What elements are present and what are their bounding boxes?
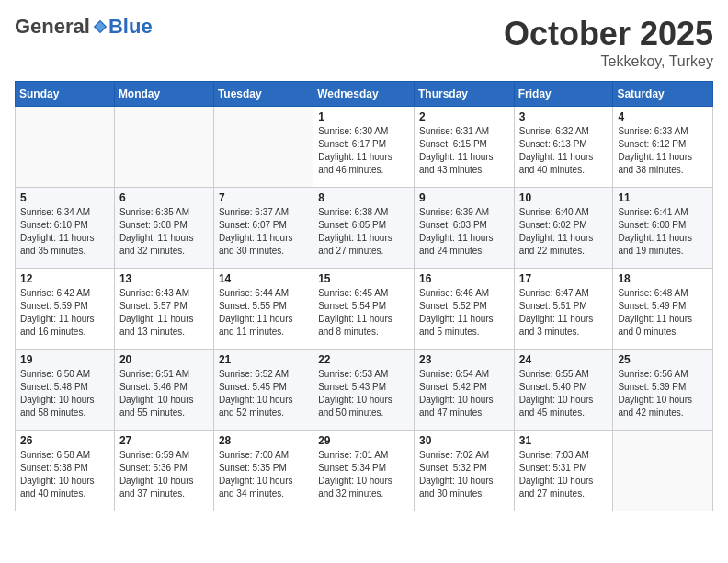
- day-number: 25: [618, 353, 708, 366]
- day-number: 20: [119, 353, 209, 366]
- day-number: 31: [519, 434, 609, 447]
- calendar-cell: 13Sunrise: 6:43 AM Sunset: 5:57 PM Dayli…: [114, 269, 213, 350]
- calendar-cell: 1Sunrise: 6:30 AM Sunset: 6:17 PM Daylig…: [313, 107, 415, 188]
- calendar-cell: 9Sunrise: 6:39 AM Sunset: 6:03 PM Daylig…: [414, 188, 514, 269]
- day-number: 13: [119, 272, 209, 285]
- day-number: 9: [419, 191, 509, 204]
- day-number: 30: [419, 434, 509, 447]
- calendar-cell: [16, 107, 115, 188]
- col-header-friday: Friday: [514, 82, 613, 107]
- location: Tekkekoy, Turkey: [504, 53, 713, 70]
- day-number: 11: [618, 191, 708, 204]
- day-number: 14: [219, 272, 308, 285]
- month-title: October 2025: [504, 15, 713, 53]
- calendar-cell: 20Sunrise: 6:51 AM Sunset: 5:46 PM Dayli…: [114, 350, 213, 431]
- day-info: Sunrise: 7:03 AM Sunset: 5:31 PM Dayligh…: [519, 449, 609, 500]
- day-info: Sunrise: 6:45 AM Sunset: 5:54 PM Dayligh…: [318, 287, 409, 339]
- col-header-tuesday: Tuesday: [213, 82, 313, 107]
- day-number: 12: [20, 272, 109, 285]
- day-info: Sunrise: 6:34 AM Sunset: 6:10 PM Dayligh…: [20, 206, 109, 258]
- logo-blue-text: Blue: [108, 15, 153, 39]
- calendar-cell: 5Sunrise: 6:34 AM Sunset: 6:10 PM Daylig…: [16, 188, 115, 269]
- day-number: 27: [119, 434, 209, 447]
- day-info: Sunrise: 6:33 AM Sunset: 6:12 PM Dayligh…: [618, 125, 708, 177]
- calendar-cell: [114, 107, 213, 188]
- calendar-cell: 6Sunrise: 6:35 AM Sunset: 6:08 PM Daylig…: [114, 188, 213, 269]
- day-info: Sunrise: 6:32 AM Sunset: 6:13 PM Dayligh…: [519, 125, 609, 177]
- calendar-cell: 19Sunrise: 6:50 AM Sunset: 5:48 PM Dayli…: [16, 350, 115, 431]
- calendar-cell: 28Sunrise: 7:00 AM Sunset: 5:35 PM Dayli…: [213, 431, 313, 511]
- day-info: Sunrise: 6:59 AM Sunset: 5:36 PM Dayligh…: [119, 449, 209, 500]
- day-number: 21: [219, 353, 308, 366]
- day-info: Sunrise: 7:01 AM Sunset: 5:34 PM Dayligh…: [318, 449, 409, 500]
- day-number: 4: [618, 110, 708, 123]
- day-info: Sunrise: 6:42 AM Sunset: 5:59 PM Dayligh…: [20, 287, 109, 339]
- day-number: 1: [318, 110, 409, 123]
- calendar-table: SundayMondayTuesdayWednesdayThursdayFrid…: [15, 81, 713, 511]
- calendar-cell: 2Sunrise: 6:31 AM Sunset: 6:15 PM Daylig…: [414, 107, 514, 188]
- day-number: 16: [419, 272, 509, 285]
- day-info: Sunrise: 6:31 AM Sunset: 6:15 PM Dayligh…: [419, 125, 509, 177]
- day-number: 8: [318, 191, 409, 204]
- day-info: Sunrise: 6:50 AM Sunset: 5:48 PM Dayligh…: [20, 368, 109, 419]
- calendar-cell: 24Sunrise: 6:55 AM Sunset: 5:40 PM Dayli…: [514, 350, 613, 431]
- calendar-cell: 14Sunrise: 6:44 AM Sunset: 5:55 PM Dayli…: [213, 269, 313, 350]
- day-info: Sunrise: 6:53 AM Sunset: 5:43 PM Dayligh…: [318, 368, 409, 419]
- day-info: Sunrise: 6:43 AM Sunset: 5:57 PM Dayligh…: [119, 287, 209, 339]
- calendar-cell: [613, 431, 713, 511]
- day-number: 3: [519, 110, 609, 123]
- page-header: General Blue October 2025 Tekkekoy, Turk…: [15, 15, 713, 70]
- day-info: Sunrise: 6:35 AM Sunset: 6:08 PM Dayligh…: [119, 206, 209, 258]
- calendar-cell: 30Sunrise: 7:02 AM Sunset: 5:32 PM Dayli…: [414, 431, 514, 511]
- title-block: October 2025 Tekkekoy, Turkey: [504, 15, 713, 70]
- day-info: Sunrise: 6:47 AM Sunset: 5:51 PM Dayligh…: [519, 287, 609, 339]
- day-number: 24: [519, 353, 609, 366]
- calendar-cell: 17Sunrise: 6:47 AM Sunset: 5:51 PM Dayli…: [514, 269, 613, 350]
- day-number: 15: [318, 272, 409, 285]
- calendar-cell: 31Sunrise: 7:03 AM Sunset: 5:31 PM Dayli…: [514, 431, 613, 511]
- calendar-week-5: 26Sunrise: 6:58 AM Sunset: 5:38 PM Dayli…: [16, 431, 713, 511]
- col-header-monday: Monday: [114, 82, 213, 107]
- calendar-cell: 7Sunrise: 6:37 AM Sunset: 6:07 PM Daylig…: [213, 188, 313, 269]
- day-number: 26: [20, 434, 109, 447]
- calendar-cell: 12Sunrise: 6:42 AM Sunset: 5:59 PM Dayli…: [16, 269, 115, 350]
- day-info: Sunrise: 6:40 AM Sunset: 6:02 PM Dayligh…: [519, 206, 609, 258]
- day-info: Sunrise: 6:56 AM Sunset: 5:39 PM Dayligh…: [618, 368, 708, 419]
- day-number: 28: [219, 434, 308, 447]
- col-header-wednesday: Wednesday: [313, 82, 415, 107]
- day-number: 5: [20, 191, 109, 204]
- svg-marker-1: [96, 22, 106, 32]
- day-number: 19: [20, 353, 109, 366]
- calendar-cell: 16Sunrise: 6:46 AM Sunset: 5:52 PM Dayli…: [414, 269, 514, 350]
- calendar-cell: 18Sunrise: 6:48 AM Sunset: 5:49 PM Dayli…: [613, 269, 713, 350]
- calendar-cell: 27Sunrise: 6:59 AM Sunset: 5:36 PM Dayli…: [114, 431, 213, 511]
- day-info: Sunrise: 6:55 AM Sunset: 5:40 PM Dayligh…: [519, 368, 609, 419]
- logo: General Blue: [15, 15, 153, 39]
- calendar-week-3: 12Sunrise: 6:42 AM Sunset: 5:59 PM Dayli…: [16, 269, 713, 350]
- calendar-cell: 25Sunrise: 6:56 AM Sunset: 5:39 PM Dayli…: [613, 350, 713, 431]
- day-info: Sunrise: 7:02 AM Sunset: 5:32 PM Dayligh…: [419, 449, 509, 500]
- day-info: Sunrise: 6:51 AM Sunset: 5:46 PM Dayligh…: [119, 368, 209, 419]
- calendar-cell: 29Sunrise: 7:01 AM Sunset: 5:34 PM Dayli…: [313, 431, 415, 511]
- day-number: 23: [419, 353, 509, 366]
- day-info: Sunrise: 6:30 AM Sunset: 6:17 PM Dayligh…: [318, 125, 409, 177]
- day-number: 18: [618, 272, 708, 285]
- calendar-cell: 21Sunrise: 6:52 AM Sunset: 5:45 PM Dayli…: [213, 350, 313, 431]
- logo-icon: [92, 18, 108, 35]
- day-info: Sunrise: 6:38 AM Sunset: 6:05 PM Dayligh…: [318, 206, 409, 258]
- day-number: 7: [219, 191, 308, 204]
- day-info: Sunrise: 6:48 AM Sunset: 5:49 PM Dayligh…: [618, 287, 708, 339]
- day-number: 17: [519, 272, 609, 285]
- col-header-thursday: Thursday: [414, 82, 514, 107]
- logo-general-text: General: [15, 15, 90, 39]
- calendar-cell: [213, 107, 313, 188]
- day-number: 6: [119, 191, 209, 204]
- col-header-sunday: Sunday: [16, 82, 115, 107]
- day-info: Sunrise: 6:46 AM Sunset: 5:52 PM Dayligh…: [419, 287, 509, 339]
- day-info: Sunrise: 6:52 AM Sunset: 5:45 PM Dayligh…: [219, 368, 308, 419]
- calendar-cell: 22Sunrise: 6:53 AM Sunset: 5:43 PM Dayli…: [313, 350, 415, 431]
- day-info: Sunrise: 6:54 AM Sunset: 5:42 PM Dayligh…: [419, 368, 509, 419]
- calendar-week-4: 19Sunrise: 6:50 AM Sunset: 5:48 PM Dayli…: [16, 350, 713, 431]
- day-info: Sunrise: 6:41 AM Sunset: 6:00 PM Dayligh…: [618, 206, 708, 258]
- calendar-cell: 8Sunrise: 6:38 AM Sunset: 6:05 PM Daylig…: [313, 188, 415, 269]
